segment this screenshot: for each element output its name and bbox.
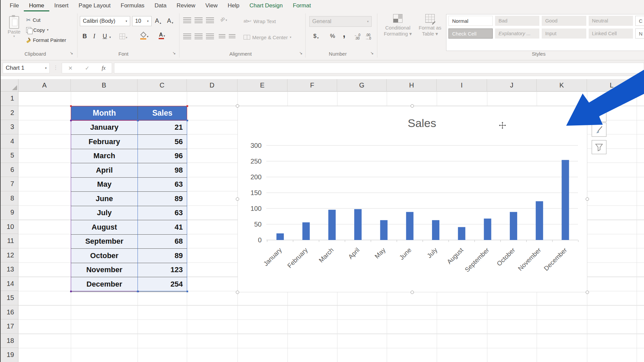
grow-font-button[interactable]: A▴ (155, 17, 161, 24)
row-header-7[interactable]: 7 (0, 177, 18, 191)
chart-filters-button[interactable] (592, 140, 606, 154)
italic-button[interactable]: I (93, 33, 95, 40)
cell-month[interactable]: November (71, 263, 138, 277)
align-right-icon[interactable] (206, 34, 214, 39)
selection-handle[interactable] (411, 104, 414, 108)
increase-decimal-button[interactable]: ←.0 .00 (354, 34, 360, 40)
increase-indent-icon[interactable] (229, 34, 235, 39)
row-header-1[interactable]: 1 (0, 92, 18, 106)
selection-handle[interactable] (236, 197, 239, 201)
selection-handle[interactable] (411, 291, 414, 294)
cell-sales[interactable]: 56 (138, 135, 187, 149)
sales-data-table[interactable]: MonthSalesJanuary21February56March96Apri… (71, 106, 187, 292)
cell-month[interactable]: August (71, 220, 138, 234)
decrease-indent-icon[interactable] (219, 34, 225, 39)
copy-button[interactable]: Copy ▾ (26, 25, 49, 34)
style-bad[interactable]: Bad (495, 16, 539, 26)
clipboard-dialog-launcher-icon[interactable]: ↘ (70, 51, 73, 55)
row-header-12[interactable]: 12 (0, 248, 18, 263)
tab-page-layout[interactable]: Page Layout (73, 0, 115, 11)
column-header-J[interactable]: J (487, 79, 537, 92)
cell-month[interactable]: March (71, 149, 138, 163)
number-dialog-launcher-icon[interactable]: ↘ (370, 51, 374, 55)
comma-format-button[interactable]: , (343, 32, 345, 36)
cell-sales[interactable]: 89 (138, 192, 187, 206)
tab-home[interactable]: Home (24, 0, 49, 11)
decrease-decimal-button[interactable]: .00 →.0 (365, 34, 371, 40)
style-explanatory[interactable]: Explanatory ... (495, 28, 539, 39)
tab-formulas[interactable]: Formulas (116, 0, 150, 11)
align-top-icon[interactable] (183, 17, 191, 23)
style-input[interactable]: Input (542, 28, 586, 39)
cell-month[interactable]: June (71, 192, 138, 206)
cell-month[interactable]: September (71, 235, 138, 249)
column-header-I[interactable]: I (437, 79, 487, 92)
fill-color-button[interactable]: ▾ (140, 32, 149, 38)
row-header-10[interactable]: 10 (0, 220, 18, 234)
row-header-6[interactable]: 6 (0, 163, 18, 177)
row-header-9[interactable]: 9 (0, 205, 18, 220)
insert-function-icon[interactable]: fx (102, 65, 106, 71)
style-normal[interactable]: Normal (448, 16, 493, 26)
cell-sales[interactable]: 68 (138, 235, 187, 249)
currency-format-button[interactable]: $▾ (313, 33, 319, 40)
tab-view[interactable]: View (200, 0, 223, 11)
row-header-4[interactable]: 4 (0, 134, 18, 149)
row-header-16[interactable]: 16 (0, 305, 18, 320)
selection-handle[interactable] (236, 104, 239, 108)
tab-data[interactable]: Data (150, 0, 172, 11)
tab-review[interactable]: Review (172, 0, 201, 11)
column-header-B[interactable]: B (71, 79, 138, 92)
row-header-8[interactable]: 8 (0, 191, 18, 206)
column-header-G[interactable]: G (337, 79, 387, 92)
row-header-5[interactable]: 5 (0, 148, 18, 163)
borders-button[interactable]: ▾ (119, 34, 127, 39)
column-header-E[interactable]: E (237, 79, 287, 92)
underline-dropdown-icon[interactable]: ▾ (109, 36, 111, 39)
wrap-text-button[interactable]: ab↩ Wrap Text (244, 17, 276, 25)
cell-month[interactable]: May (71, 178, 138, 192)
cell-sales[interactable]: 96 (138, 149, 187, 163)
tab-format[interactable]: Format (288, 0, 316, 11)
formula-input[interactable] (114, 63, 644, 73)
style-c[interactable]: C (635, 16, 644, 26)
column-header-F[interactable]: F (287, 79, 337, 92)
shrink-font-button[interactable]: A▾ (167, 17, 173, 24)
row-header-13[interactable]: 13 (0, 262, 18, 277)
chart-styles-button[interactable] (592, 123, 606, 137)
row-header-15[interactable]: 15 (0, 291, 18, 305)
chart-elements-button[interactable]: + (592, 108, 606, 122)
cell-sales[interactable]: 98 (138, 163, 187, 177)
tab-help[interactable]: Help (223, 0, 245, 11)
enter-icon[interactable]: ✓ (85, 65, 89, 71)
align-center-icon[interactable] (195, 34, 203, 39)
cell-month[interactable]: July (71, 206, 138, 220)
conditional-formatting-button[interactable]: Conditional Formatting ▾ (381, 14, 415, 37)
name-box[interactable]: Chart 1 ▾ (3, 63, 50, 73)
selection-handle[interactable] (586, 197, 589, 201)
row-header-18[interactable]: 18 (0, 334, 18, 348)
selection-handle[interactable] (236, 291, 239, 294)
cell-month[interactable]: December (71, 277, 138, 292)
cell-sales[interactable]: 21 (138, 121, 187, 135)
column-header-K[interactable]: K (537, 79, 587, 92)
paste-button[interactable]: Paste ▾ (5, 14, 23, 49)
alignment-dialog-launcher-icon[interactable]: ↘ (299, 51, 303, 55)
cell-month[interactable]: February (71, 135, 138, 149)
row-header-17[interactable]: 17 (0, 319, 18, 334)
selection-handle[interactable] (586, 104, 589, 108)
number-format-combo[interactable]: General ▾ (309, 16, 372, 27)
column-header-L[interactable]: L (587, 79, 637, 92)
cell-sales[interactable]: 254 (138, 277, 187, 292)
font-size-combo[interactable]: 10 ▾ (132, 16, 152, 26)
cell-month[interactable]: January (71, 121, 138, 135)
tab-chart-design[interactable]: Chart Design (245, 0, 288, 11)
style-good[interactable]: Good (542, 16, 586, 26)
sales-chart[interactable]: 050100150200250300JanuaryFebruaryMarchAp… (237, 106, 587, 292)
format-as-table-button[interactable]: Format as Table ▾ (416, 14, 444, 37)
style-linked-cell[interactable]: Linked Cell (589, 28, 633, 39)
tab-insert[interactable]: Insert (49, 0, 74, 11)
font-dialog-launcher-icon[interactable]: ↘ (172, 51, 176, 55)
align-left-icon[interactable] (183, 34, 191, 39)
align-middle-icon[interactable] (195, 17, 203, 23)
